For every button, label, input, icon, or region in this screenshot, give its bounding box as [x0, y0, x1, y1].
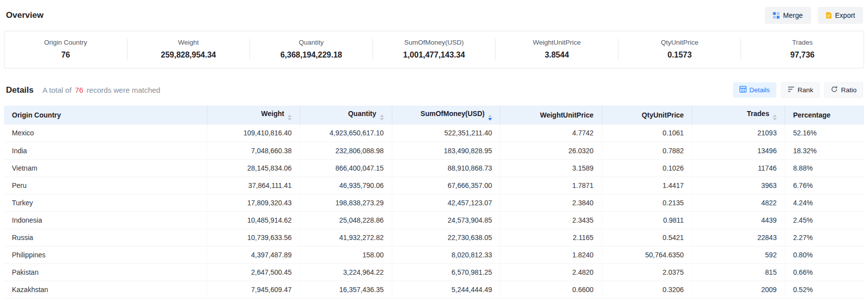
stat-label: Origin Country — [4, 39, 127, 46]
view-button-rank[interactable]: Rank — [781, 82, 820, 98]
cell-sumofmoney-usd: 42,457,123.07 — [392, 194, 500, 211]
cell-sumofmoney-usd: 22,730,638.05 — [392, 229, 500, 246]
stat-label: Trades — [741, 39, 864, 46]
cell-percentage: 2.27% — [785, 229, 864, 246]
sort-caret-down-icon[interactable] — [380, 118, 384, 121]
cell-weightunitprice: 2.4820 — [500, 263, 602, 281]
cell-weightunitprice: 2.3435 — [500, 211, 602, 229]
cell-trades: 11746 — [692, 159, 785, 177]
stat-label: Quantity — [250, 39, 372, 46]
cell-quantity: 16,357,436.35 — [300, 281, 392, 298]
cell-percentage: 4.24% — [785, 194, 864, 211]
overview-stats-bar: Origin Country76Weight259,828,954.34Quan… — [4, 31, 864, 68]
table-row[interactable]: India7,048,660.38232,806,088.98183,490,8… — [4, 142, 864, 159]
stat-label: SumOfMoney(USD) — [373, 39, 496, 46]
column-header-trades[interactable]: Trades — [692, 106, 785, 124]
stat-value: 6,368,194,229.18 — [250, 51, 372, 60]
cell-trades: 4822 — [692, 194, 785, 211]
cell-quantity: 4,923,650,617.10 — [300, 124, 392, 142]
details-table: Origin CountryWeightQuantitySumOfMoney(U… — [4, 106, 864, 299]
sort-caret-up-icon[interactable] — [288, 115, 292, 117]
cell-sumofmoney-usd: 8,020,812.33 — [392, 246, 500, 263]
table-row[interactable]: Vietnam28,145,834.06866,400,047.1588,910… — [4, 159, 864, 177]
column-header-weight[interactable]: Weight — [207, 106, 300, 124]
cell-weight: 109,410,816.40 — [207, 124, 300, 142]
cell-qtyunitprice: 1.4417 — [602, 177, 692, 194]
cell-trades: 21093 — [692, 124, 785, 142]
sort-caret-up-icon[interactable] — [773, 115, 777, 117]
table-row[interactable]: Pakistan2,647,500.453,224,964.226,570,98… — [4, 263, 864, 281]
cell-trades: 3963 — [692, 177, 785, 194]
cell-weight: 37,864,111.41 — [207, 177, 300, 194]
table-grid-icon — [740, 86, 746, 94]
sort-caret-up-icon[interactable] — [380, 115, 384, 117]
table-header-row: Origin CountryWeightQuantitySumOfMoney(U… — [4, 106, 864, 124]
top-bar: Overview Merge — [4, 6, 864, 24]
cell-qtyunitprice: 0.9811 — [602, 211, 692, 229]
table-body: Mexico109,410,816.404,923,650,617.10522,… — [4, 124, 864, 298]
column-header-sumofmoney-usd[interactable]: SumOfMoney(USD) — [392, 106, 500, 124]
table-row[interactable]: Philippines4,397,487.89158.008,020,812.3… — [4, 246, 864, 263]
stat-item-sumofmoney-usd: SumOfMoney(USD)1,001,477,143.34 — [373, 39, 496, 60]
view-button-details[interactable]: Details — [733, 82, 776, 98]
view-button-label: Details — [749, 86, 770, 94]
view-button-label: Rank — [798, 86, 813, 94]
column-header-quantity[interactable]: Quantity — [300, 106, 392, 124]
view-button-ratio[interactable]: Ratio — [824, 82, 863, 98]
cell-origin-country: Indonesia — [4, 211, 207, 229]
column-label: Trades — [747, 110, 769, 118]
cell-percentage: 52.16% — [785, 124, 864, 142]
merge-button-label: Merge — [783, 11, 803, 19]
sort-icon[interactable] — [288, 115, 292, 121]
column-label: Weight — [261, 110, 284, 118]
cell-weight: 7,945,609.47 — [207, 281, 300, 298]
cell-origin-country: India — [4, 142, 207, 159]
view-button-label: Ratio — [841, 86, 857, 94]
cell-weight: 7,048,660.38 — [207, 142, 300, 159]
stat-value: 3.8544 — [496, 51, 618, 60]
table-row[interactable]: Turkey17,809,320.43198,838,273.2942,457,… — [4, 194, 864, 211]
cell-origin-country: Mexico — [4, 124, 207, 142]
cell-weightunitprice: 2.1165 — [500, 229, 602, 246]
table-row[interactable]: Kazakhstan7,945,609.4716,357,436.355,244… — [4, 281, 864, 298]
cell-quantity: 3,224,964.22 — [300, 263, 392, 281]
cell-quantity: 198,838,273.29 — [300, 194, 392, 211]
stat-value: 259,828,954.34 — [127, 51, 250, 60]
cell-qtyunitprice: 50,764.6350 — [602, 246, 692, 263]
sort-caret-up-icon[interactable] — [488, 115, 492, 117]
sort-caret-down-icon[interactable] — [288, 118, 292, 121]
overview-page: Overview Merge — [0, 0, 868, 302]
table-row[interactable]: Peru37,864,111.4146,935,790.0667,666,357… — [4, 177, 864, 194]
matched-count: 76 — [75, 86, 83, 94]
cell-origin-country: Peru — [4, 177, 207, 194]
cell-trades: 22843 — [692, 229, 785, 246]
stat-item-weightunitprice: WeightUnitPrice3.8544 — [496, 39, 619, 60]
rank-bars-icon — [788, 86, 795, 94]
sort-icon[interactable] — [488, 115, 492, 121]
cell-sumofmoney-usd: 522,351,211.40 — [392, 124, 500, 142]
cell-sumofmoney-usd: 88,910,868.73 — [392, 159, 500, 177]
merge-button[interactable]: Merge — [765, 7, 811, 24]
cell-weightunitprice: 4.7742 — [500, 124, 602, 142]
column-header-origin-country: Origin Country — [4, 106, 207, 124]
cell-origin-country: Philippines — [4, 246, 207, 263]
cell-quantity: 866,400,047.15 — [300, 159, 392, 177]
export-button[interactable]: Export — [818, 7, 863, 24]
cell-qtyunitprice: 2.0375 — [602, 263, 692, 281]
stat-item-trades: Trades97,736 — [741, 39, 864, 60]
cell-origin-country: Kazakhstan — [4, 281, 207, 298]
page-title: Overview — [6, 10, 44, 20]
cell-percentage: 6.76% — [785, 177, 864, 194]
column-header-weightunitprice: WeightUnitPrice — [500, 106, 602, 124]
sort-caret-down-icon[interactable] — [773, 118, 777, 121]
table-row[interactable]: Russia10,739,633.5641,932,272.8222,730,6… — [4, 229, 864, 246]
sort-caret-down-icon[interactable] — [488, 118, 492, 121]
table-row[interactable]: Mexico109,410,816.404,923,650,617.10522,… — [4, 124, 864, 142]
details-summary: A total of76records were matched — [43, 86, 160, 94]
merge-cells-icon — [773, 12, 780, 19]
ratio-circle-icon — [831, 86, 838, 94]
table-row[interactable]: Indonesia10,485,914.6225,048,228.8624,57… — [4, 211, 864, 229]
sort-icon[interactable] — [773, 115, 777, 121]
sort-icon[interactable] — [380, 115, 384, 121]
cell-sumofmoney-usd: 67,666,357.00 — [392, 177, 500, 194]
